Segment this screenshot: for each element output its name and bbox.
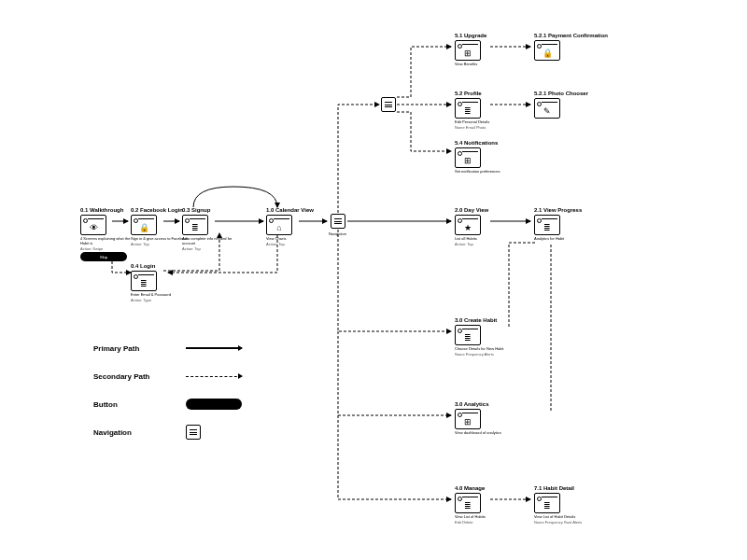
node-desc: Auto complete info needed for account (182, 237, 240, 246)
node-desc: View dashboard of analytics (455, 431, 513, 436)
node-title: 5.2.1 Payment Confirmation (534, 33, 592, 38)
node-create: 3.0 Create Habit ≣ Choose Details for Ne… (455, 317, 513, 357)
node-title: 2.0 Day View (455, 207, 513, 213)
node-title: 7.1 Habit Detail (534, 485, 592, 491)
wireframe-icon: 🔒 (534, 40, 560, 61)
wireframe-icon: ✎ (534, 98, 560, 119)
node-desc: Analytics for Habit (534, 237, 592, 242)
legend: Primary Path Secondary Path Button Navig… (93, 334, 242, 446)
wireframe-icon: ⊞ (455, 40, 481, 61)
nav-hub-settings (381, 97, 396, 112)
node-walkthrough: 0.1 Walkthrough 👁 4 Screens explaining w… (80, 207, 138, 251)
legend-secondary-label: Secondary Path (93, 372, 163, 381)
node-title: 5.4 Notifications (455, 140, 513, 146)
wireframe-icon: ≣ (455, 493, 481, 513)
wireframe-icon: 👁 (80, 215, 106, 235)
legend-button-icon (186, 399, 242, 410)
wireframe-icon: ⊞ (455, 147, 481, 168)
legend-nav-icon (186, 425, 201, 440)
legend-primary-label: Primary Path (93, 344, 163, 353)
node-upgrade: 5.1 Upgrade ⊞ View Benefits (455, 33, 513, 67)
node-desc: Set notification preferences (455, 170, 513, 175)
wireframe-icon: ★ (455, 215, 481, 235)
button-label: Skip (100, 255, 107, 259)
node-signup: 0.3 Signup ≣ Auto complete info needed f… (182, 207, 240, 251)
node-title: 0.1 Walkthrough (80, 207, 138, 213)
node-photo: 5.2.1 Photo Chooser ✎ (534, 91, 592, 120)
node-desc2: Action: Tap (182, 247, 240, 252)
node-title: 5.2 Profile (455, 91, 513, 96)
node-desc2: Action: Tap (266, 243, 324, 247)
wireframe-icon: ≣ (455, 98, 481, 119)
wireframe-icon: ⊞ (455, 409, 481, 429)
node-title: 3.0 Create Habit (455, 317, 513, 323)
wireframe-icon: ≣ (455, 325, 481, 345)
nav-hub-main (331, 214, 345, 229)
node-desc2: Action: Type (131, 299, 189, 303)
node-title: 1.0 Calendar View (266, 207, 324, 213)
wireframe-icon: ≣ (534, 215, 560, 235)
node-desc2: Name Frequency Goal Alerts (534, 521, 592, 525)
legend-dashed-line-icon (186, 376, 242, 377)
node-desc2: Name Email Photo (455, 126, 513, 131)
legend-solid-line-icon (186, 347, 242, 348)
node-title: 0.3 Signup (182, 207, 240, 213)
node-title: 2.1 View Progress (534, 207, 592, 213)
skip-button[interactable]: Skip (80, 252, 127, 261)
legend-button-label: Button (93, 400, 163, 409)
node-desc2: Name Frequency Alerts (455, 353, 513, 357)
node-title: 3.0 Analytics (455, 401, 513, 407)
legend-navigation-label: Navigation (93, 428, 163, 437)
node-title: 4.0 Manage (455, 485, 513, 491)
node-calendar: 1.0 Calendar View ⌂ View Charts Action: … (266, 207, 324, 247)
node-payment: 5.2.1 Payment Confirmation 🔒 (534, 33, 592, 63)
node-desc: View Benefits (455, 63, 513, 67)
node-desc2: Action: Tap (131, 243, 189, 247)
navhub-label: Navigation (329, 231, 346, 236)
node-habitdetail: 7.1 Habit Detail ≣ View List of Habit De… (534, 485, 592, 525)
node-notifications: 5.4 Notifications ⊞ Set notification pre… (455, 140, 513, 175)
node-desc2: Edit Delete (455, 521, 513, 525)
wireframe-icon: 🔒 (131, 215, 157, 235)
wireframe-icon: ≣ (182, 215, 208, 235)
node-title: 0.2 Facebook Login (131, 207, 189, 213)
node-profile: 5.2 Profile ≣ Edit Personal Details Name… (455, 91, 513, 131)
node-fblogin: 0.2 Facebook Login 🔒 Sign in & give acce… (131, 207, 189, 247)
wireframe-icon: ⌂ (266, 215, 292, 235)
wireframe-icon: ≣ (131, 271, 157, 291)
node-login: 0.4 Login ≣ Enter Email & Password Actio… (131, 263, 189, 303)
wireframe-icon: ≣ (534, 493, 560, 513)
node-title: 5.1 Upgrade (455, 33, 513, 38)
node-desc2: Action: Swipe (80, 247, 138, 252)
node-title: 5.2.1 Photo Chooser (534, 91, 592, 96)
node-progress: 2.1 View Progress ≣ Analytics for Habit (534, 207, 592, 242)
node-analytics: 3.0 Analytics ⊞ View dashboard of analyt… (455, 401, 513, 436)
node-dayview: 2.0 Day View ★ List all Habits Action: T… (455, 207, 513, 247)
node-desc2: Action: Tap (455, 243, 513, 247)
node-desc: 4 Screens explaining what the Habit is (80, 237, 138, 246)
node-title: 0.4 Login (131, 263, 189, 269)
node-manage: 4.0 Manage ≣ View List of Habits Edit De… (455, 485, 513, 525)
